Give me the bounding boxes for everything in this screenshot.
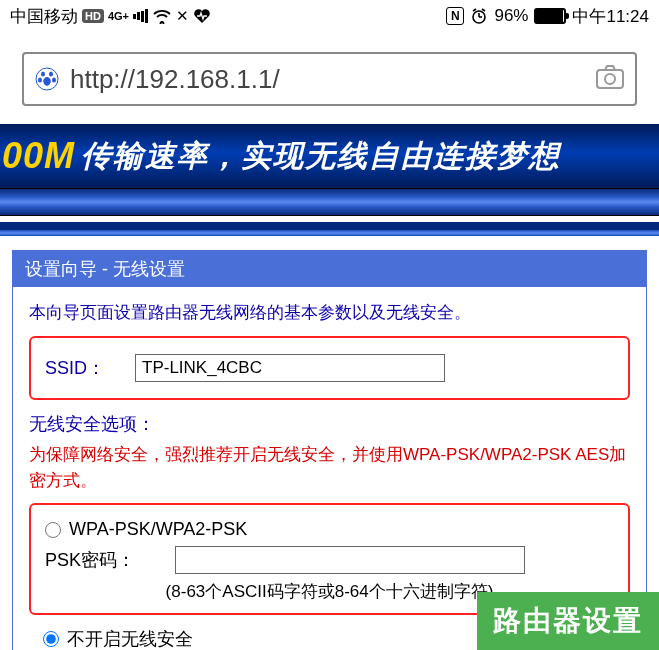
- svg-point-8: [38, 78, 42, 83]
- svg-point-9: [52, 78, 56, 83]
- wifi-icon: [152, 8, 172, 24]
- camera-icon[interactable]: [595, 64, 625, 94]
- psk-label: PSK密码：: [45, 548, 165, 572]
- svg-point-7: [49, 72, 53, 77]
- wizard-panel: 设置向导 - 无线设置 本向导页面设置路由器无线网络的基本参数以及无线安全。 S…: [12, 250, 647, 650]
- heart-icon: [193, 8, 211, 24]
- alarm-icon: [470, 7, 488, 25]
- banner-slogan: 传输速率，实现无线自由连接梦想: [81, 136, 561, 177]
- status-bar: 中国移动 HD 4G+ ✕ N 96% 中午11:24: [0, 0, 659, 32]
- svg-point-11: [605, 74, 615, 84]
- none-option-label: 不开启无线安全: [67, 627, 193, 650]
- wpa-radio[interactable]: [45, 522, 61, 538]
- network-badge: 4G+: [108, 10, 129, 22]
- ssid-input[interactable]: [135, 354, 445, 382]
- ssid-box: SSID：: [29, 336, 630, 400]
- banner: 00M 传输速率，实现无线自由连接梦想: [0, 124, 659, 236]
- clock-label: 中午11:24: [572, 5, 649, 28]
- baidu-icon: [34, 66, 60, 92]
- psk-input[interactable]: [175, 546, 525, 574]
- nfc-icon: N: [446, 7, 464, 25]
- security-options-label: 无线安全选项：: [29, 412, 630, 436]
- battery-icon: [534, 8, 566, 24]
- wpa-option-label: WPA-PSK/WPA2-PSK: [69, 519, 247, 540]
- address-bar[interactable]: http://192.168.1.1/: [22, 52, 637, 106]
- svg-line-3: [473, 9, 476, 11]
- svg-rect-10: [597, 70, 623, 88]
- signal-icon: [133, 9, 148, 23]
- url-text[interactable]: http://192.168.1.1/: [70, 64, 585, 95]
- svg-line-4: [482, 9, 485, 11]
- panel-title: 设置向导 - 无线设置: [13, 251, 646, 287]
- banner-left-text: 00M: [2, 135, 75, 177]
- battery-percent: 96%: [494, 6, 528, 26]
- svg-point-6: [41, 72, 45, 77]
- none-radio[interactable]: [43, 631, 59, 647]
- security-warning: 为保障网络安全，强烈推荐开启无线安全，并使用WPA-PSK/WPA2-PSK A…: [29, 442, 630, 493]
- ssid-label: SSID：: [45, 356, 125, 380]
- no-sim-icon: ✕: [176, 7, 189, 25]
- watermark-badge: 路由器设置: [477, 592, 659, 650]
- carrier-label: 中国移动: [10, 5, 78, 28]
- hd-badge: HD: [82, 9, 104, 23]
- panel-intro: 本向导页面设置路由器无线网络的基本参数以及无线安全。: [29, 301, 630, 324]
